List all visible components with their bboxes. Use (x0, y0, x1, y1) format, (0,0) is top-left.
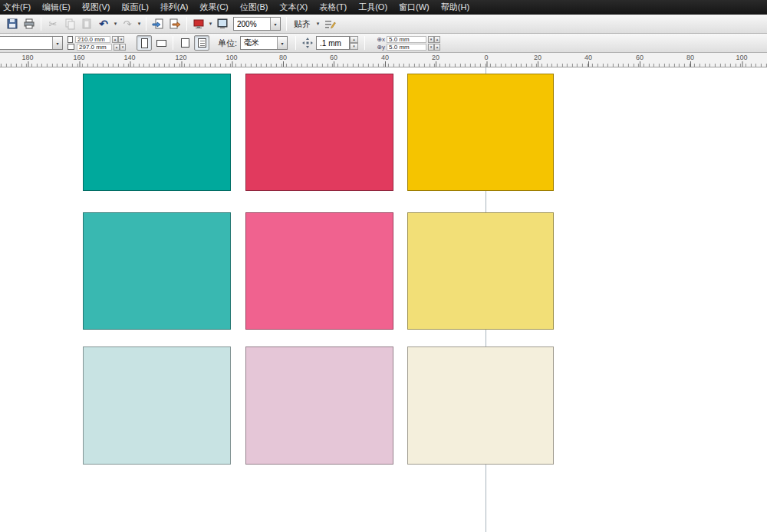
nudge-spin-down[interactable]: ▾ (350, 43, 358, 50)
nudge-offset-field[interactable]: .1 mm (316, 36, 350, 50)
application-launcher-icon (193, 18, 205, 30)
landscape-orientation-button[interactable] (153, 35, 169, 51)
launcher-dropdown-chevron-icon[interactable]: ▾ (207, 21, 214, 27)
color-swatch-pale-blue[interactable] (83, 346, 231, 465)
fullscreen-preview-icon (216, 18, 229, 30)
ruler-number: 40 (381, 54, 389, 61)
options-button[interactable] (322, 16, 337, 31)
menu-list: 文件(F)编辑(E)视图(V)版面(L)排列(A)效果(C)位图(B)文本(X)… (0, 0, 478, 15)
ruler-number: 80 (279, 54, 287, 61)
duplicate-x-field[interactable]: 5.0 mm (387, 36, 426, 43)
toolbar-separator (186, 17, 187, 31)
paper-height-spin-down[interactable]: ▾ (120, 44, 126, 51)
menu-item[interactable]: 编辑(E) (39, 0, 74, 15)
color-swatch-turquoise[interactable] (83, 212, 231, 330)
paste-icon (81, 18, 93, 30)
duplicate-y-spin-down[interactable]: ▾ (428, 44, 434, 51)
current-page-button[interactable] (194, 35, 209, 51)
portrait-orientation-button[interactable] (137, 35, 152, 51)
paper-height-icon (67, 44, 74, 50)
duplicate-x-spin-up[interactable]: ▴ (434, 36, 440, 43)
menu-item[interactable]: 工具(O) (355, 0, 390, 15)
menu-item[interactable]: 效果(C) (197, 0, 232, 15)
landscape-icon (156, 40, 166, 47)
paper-width-icon (67, 36, 73, 43)
units-combobox[interactable]: 毫米 ▾ (240, 36, 288, 50)
copy-button (62, 16, 77, 31)
zoom-dropdown-chevron-icon[interactable]: ▾ (270, 18, 280, 30)
propbar-separator (173, 36, 173, 50)
print-button[interactable] (21, 16, 37, 31)
horizontal-ruler[interactable]: 18016014012010080604020020406080100 (0, 53, 767, 67)
ruler-number: 180 (21, 54, 33, 61)
color-swatch-pale-yellow[interactable] (407, 212, 554, 330)
paper-width-field[interactable]: 210.0 mm (75, 36, 110, 43)
menu-item[interactable]: 位图(B) (237, 0, 272, 15)
current-page-icon (198, 38, 206, 48)
all-pages-button[interactable] (177, 35, 193, 51)
menu-item[interactable]: 表格(T) (316, 0, 350, 15)
color-swatch-teal[interactable] (83, 74, 231, 191)
export-icon (169, 18, 181, 30)
import-button[interactable] (150, 16, 166, 31)
color-swatch-pale-pink[interactable] (245, 346, 393, 465)
application-launcher-button[interactable] (191, 16, 206, 31)
undo-button[interactable]: ↶ (96, 16, 111, 31)
options-icon (324, 18, 336, 30)
cut-icon: ✂ (49, 19, 58, 29)
menu-item[interactable]: 版面(L) (118, 0, 151, 15)
paste-button (79, 16, 94, 31)
application-window: 文件(F)编辑(E)视图(V)版面(L)排列(A)效果(C)位图(B)文本(X)… (0, 0, 767, 532)
duplicate-distance-group: ⊕x 5.0 mm ▾ ▴ ⊕y 5.0 mm ▾ ▴ (373, 35, 440, 51)
undo-dropdown-chevron-icon[interactable]: ▾ (112, 21, 119, 27)
ruler-number: 140 (123, 54, 135, 61)
ruler-number: 100 (225, 54, 237, 61)
ruler-number: 40 (584, 54, 592, 61)
drawing-canvas[interactable] (0, 67, 767, 532)
redo-button: ↷ (120, 16, 135, 31)
ruler-number: 20 (534, 54, 542, 61)
snap-to-label: 贴齐 (291, 18, 313, 30)
paper-height-field[interactable]: 297.0 mm (77, 44, 112, 51)
all-pages-icon (181, 38, 189, 48)
portrait-icon (141, 38, 148, 48)
units-chevron-icon[interactable]: ▾ (277, 37, 287, 49)
save-button[interactable] (5, 16, 20, 31)
duplicate-y-icon: ⊕y (373, 44, 385, 51)
cut-button: ✂ (45, 16, 61, 31)
snap-dropdown-chevron-icon[interactable]: ▾ (314, 21, 321, 27)
menu-item[interactable]: 窗口(W) (396, 0, 433, 15)
nudge-spin-up[interactable]: ▴ (350, 36, 358, 43)
duplicate-y-spin-up[interactable]: ▴ (434, 44, 440, 51)
paper-width-spin-down[interactable]: ▾ (118, 36, 124, 43)
zoom-level-combobox[interactable]: 200% ▾ (233, 17, 281, 31)
standard-toolbar: ✂ ↶ ▾ ↷ ▾ (0, 15, 767, 34)
redo-icon: ↷ (123, 19, 132, 29)
paper-size-combobox[interactable]: ▾ (0, 36, 63, 50)
ruler-number: 0 (484, 54, 488, 61)
undo-icon: ↶ (99, 19, 108, 29)
snap-to-button[interactable]: 贴齐 (291, 16, 314, 31)
paper-height-spin-up[interactable]: ▴ (114, 44, 120, 51)
color-swatch-golden-yellow[interactable] (407, 74, 554, 191)
ruler-number: 80 (686, 54, 694, 61)
menu-item[interactable]: 帮助(H) (438, 0, 472, 15)
color-swatch-cream[interactable] (407, 346, 554, 465)
redo-dropdown-chevron-icon: ▾ (136, 21, 143, 27)
menu-item[interactable]: 文件(F) (0, 0, 34, 15)
save-icon (6, 18, 18, 30)
menu-item[interactable]: 文本(X) (276, 0, 311, 15)
export-button[interactable] (167, 16, 183, 31)
paper-size-chevron-icon[interactable]: ▾ (52, 37, 62, 49)
zoom-level-value: 200% (234, 20, 270, 28)
duplicate-y-field[interactable]: 5.0 mm (387, 44, 426, 51)
ruler-minor-ticks (0, 64, 767, 67)
paper-dimensions-group: 210.0 mm ▴ ▾ 297.0 mm ▴ ▾ (67, 35, 126, 51)
menu-item[interactable]: 排列(A) (157, 0, 192, 15)
fullscreen-preview-button[interactable] (215, 16, 230, 31)
menu-item[interactable]: 视图(V) (79, 0, 114, 15)
paper-width-spin-up[interactable]: ▴ (112, 36, 118, 43)
color-swatch-pink[interactable] (245, 212, 393, 330)
color-swatch-raspberry[interactable] (245, 74, 393, 191)
duplicate-x-spin-down[interactable]: ▾ (428, 36, 434, 43)
